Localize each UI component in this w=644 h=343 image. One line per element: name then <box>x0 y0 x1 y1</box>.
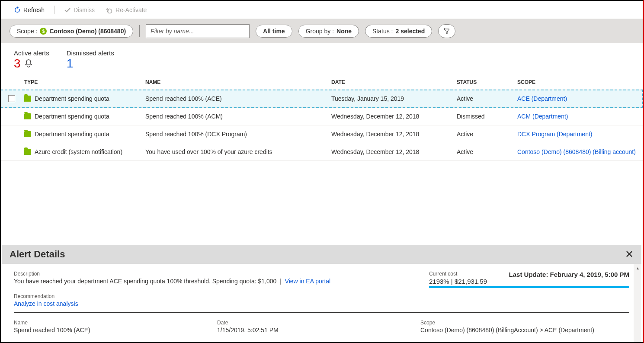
filter-bar: Scope : $ Contoso (Demo) (8608480) All t… <box>1 19 643 43</box>
folder-icon <box>24 113 31 119</box>
scope-pill[interactable]: Scope : $ Contoso (Demo) (8608480) <box>10 25 133 38</box>
scroll-up-arrow-icon[interactable]: ▴ <box>634 264 641 272</box>
current-cost-value: 2193% | $21,931.59 <box>429 278 487 285</box>
alert-counters: Active alerts 3 Dismissed alerts 1 <box>1 43 643 75</box>
timerange-pill[interactable]: All time <box>256 25 292 38</box>
details-divider <box>14 312 629 313</box>
row-date: Wednesday, December 12, 2018 <box>330 148 455 155</box>
active-alerts-counter[interactable]: Active alerts 3 <box>14 49 49 71</box>
detail-date-label: Date <box>217 320 420 326</box>
table-row[interactable]: Department spending quota Spend reached … <box>1 108 643 125</box>
row-date: Wednesday, December 12, 2018 <box>330 113 455 120</box>
filter-name-input[interactable] <box>146 24 250 38</box>
active-alerts-label: Active alerts <box>14 49 49 57</box>
last-update: Last Update: February 4, 2019, 5:00 PM <box>509 271 629 278</box>
close-icon[interactable]: ✕ <box>625 248 634 260</box>
col-status[interactable]: STATUS <box>455 79 516 85</box>
scope-value: Contoso (Demo) (8608480) <box>49 28 126 35</box>
row-name: Spend reached 100% (ACM) <box>144 113 330 120</box>
active-alerts-count: 3 <box>14 57 21 71</box>
scope-label: Scope : <box>17 28 37 35</box>
description-text: You have reached your department ACE spe… <box>14 278 412 285</box>
row-date: Wednesday, December 12, 2018 <box>330 131 455 138</box>
table-row[interactable]: Department spending quota Spend reached … <box>1 90 643 108</box>
view-ea-portal-link[interactable]: View in EA portal <box>285 278 331 285</box>
folder-icon <box>24 131 31 137</box>
row-name: You have used over 100% of your azure cr… <box>144 148 330 155</box>
refresh-button[interactable]: Refresh <box>10 5 49 15</box>
dismissed-alerts-counter[interactable]: Dismissed alerts 1 <box>67 49 114 71</box>
refresh-icon <box>14 6 21 13</box>
row-scope-link[interactable]: Contoso (Demo) (8608480) (Billing accoun… <box>516 148 643 155</box>
command-bar: Refresh Dismiss Re-Activate <box>1 1 643 19</box>
filter-separator <box>139 25 140 37</box>
detail-scope-value: Contoso (Demo) (8608480) (BillingAccount… <box>420 327 629 333</box>
details-title: Alert Details <box>10 249 65 260</box>
dismiss-label: Dismiss <box>74 6 95 13</box>
folder-icon <box>24 96 31 102</box>
col-date[interactable]: DATE <box>330 79 455 85</box>
row-scope-link[interactable]: ACM (Department) <box>516 113 643 120</box>
folder-icon <box>24 149 31 155</box>
checkmark-icon <box>64 6 71 13</box>
add-filter-button[interactable] <box>438 24 455 38</box>
details-scrollbar[interactable]: ▴ <box>634 264 641 342</box>
dismissed-alerts-count: 1 <box>67 57 74 71</box>
reactivate-button[interactable]: Re-Activate <box>102 5 151 15</box>
table-row[interactable]: Azure credit (system notification) You h… <box>1 143 643 161</box>
row-status: Active <box>455 148 516 155</box>
description-label: Description <box>14 271 412 277</box>
row-name: Spend reached 100% (DCX Program) <box>144 131 330 138</box>
cost-progress-bar <box>429 286 629 288</box>
refresh-label: Refresh <box>23 6 45 13</box>
col-scope[interactable]: SCOPE <box>516 79 643 85</box>
row-status: Dismissed <box>455 113 516 120</box>
status-pill[interactable]: Status : 2 selected <box>365 25 432 38</box>
dismissed-alerts-label: Dismissed alerts <box>67 49 114 57</box>
add-filter-icon <box>443 27 451 35</box>
col-type[interactable]: TYPE <box>22 79 144 85</box>
row-type: Department spending quota <box>35 113 109 120</box>
detail-scope-label: Scope <box>420 320 629 326</box>
grid-header: TYPE NAME DATE STATUS SCOPE <box>1 75 643 90</box>
groupby-value: None <box>336 28 352 35</box>
status-label: Status : <box>372 28 393 35</box>
alert-details-panel: Alert Details ✕ ▴ Description You have r… <box>2 245 641 342</box>
detail-name-label: Name <box>14 320 217 326</box>
groupby-label: Group by : <box>306 28 334 35</box>
undo-icon <box>106 6 113 13</box>
table-row[interactable]: Department spending quota Spend reached … <box>1 125 643 143</box>
scope-icon: $ <box>40 28 47 35</box>
dismiss-button[interactable]: Dismiss <box>60 5 99 15</box>
row-checkbox[interactable] <box>8 95 15 102</box>
timerange-value: All time <box>263 28 285 35</box>
recommendation-label: Recommendation <box>14 293 412 299</box>
status-value: 2 selected <box>396 28 425 35</box>
row-date: Tuesday, January 15, 2019 <box>330 95 455 102</box>
row-type: Azure credit (system notification) <box>35 148 122 155</box>
current-cost-label: Current cost <box>429 271 487 277</box>
analyze-cost-link[interactable]: Analyze in cost analysis <box>14 300 412 307</box>
details-header: Alert Details ✕ <box>2 245 641 264</box>
toolbar-separator <box>54 6 54 14</box>
col-name[interactable]: NAME <box>144 79 330 85</box>
detail-date-value: 1/15/2019, 5:02:51 PM <box>217 327 420 333</box>
detail-name-value: Spend reached 100% (ACE) <box>14 327 217 333</box>
reactivate-label: Re-Activate <box>115 6 147 13</box>
groupby-pill[interactable]: Group by : None <box>298 25 359 38</box>
row-status: Active <box>455 131 516 138</box>
bell-icon <box>24 59 33 68</box>
row-status: Active <box>455 95 516 102</box>
row-type: Department spending quota <box>35 95 109 102</box>
row-name: Spend reached 100% (ACE) <box>144 95 330 102</box>
row-type: Department spending quota <box>35 131 109 138</box>
row-scope-link[interactable]: ACE (Department) <box>516 95 643 102</box>
row-scope-link[interactable]: DCX Program (Department) <box>516 131 643 138</box>
alerts-grid: TYPE NAME DATE STATUS SCOPE Department s… <box>1 75 643 161</box>
